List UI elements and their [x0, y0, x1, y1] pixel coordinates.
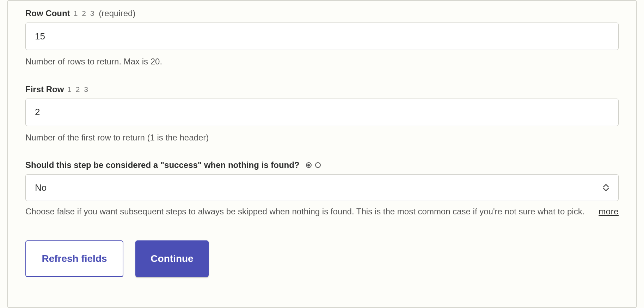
- success-empty-help: Choose false if you want subsequent step…: [25, 207, 588, 216]
- more-link[interactable]: more: [599, 207, 619, 216]
- success-empty-value: No: [35, 182, 47, 193]
- refresh-fields-button[interactable]: Refresh fields: [25, 240, 123, 277]
- row-count-input[interactable]: 15: [25, 23, 619, 50]
- row-count-help: Number of rows to return. Max is 20.: [25, 56, 619, 68]
- boolean-type-icon: [306, 162, 321, 168]
- row-count-value: 15: [35, 31, 45, 42]
- radio-empty-icon: [315, 162, 321, 168]
- radio-filled-icon: [306, 162, 312, 168]
- button-row: Refresh fields Continue: [25, 240, 619, 277]
- row-count-required: (required): [99, 8, 135, 18]
- first-row-label: First Row: [25, 84, 64, 94]
- row-count-label: Row Count: [25, 8, 70, 18]
- field-row-count: Row Count 1 2 3 (required) 15 Number of …: [25, 8, 619, 68]
- first-row-help: Number of the first row to return (1 is …: [25, 132, 619, 144]
- first-row-type-hint: 1 2 3: [67, 85, 89, 94]
- success-empty-label-row: Should this step be considered a "succes…: [25, 160, 619, 170]
- select-chevrons-icon: [603, 184, 609, 191]
- row-count-label-row: Row Count 1 2 3 (required): [25, 8, 619, 18]
- row-count-type-hint: 1 2 3: [74, 9, 96, 18]
- field-first-row: First Row 1 2 3 2 Number of the first ro…: [25, 84, 619, 144]
- form-panel: Row Count 1 2 3 (required) 15 Number of …: [7, 0, 637, 308]
- field-success-empty: Should this step be considered a "succes…: [25, 160, 619, 216]
- success-empty-select[interactable]: No: [25, 174, 619, 201]
- success-empty-label: Should this step be considered a "succes…: [25, 160, 300, 170]
- first-row-label-row: First Row 1 2 3: [25, 84, 619, 94]
- continue-button[interactable]: Continue: [135, 240, 209, 277]
- continue-label: Continue: [151, 253, 193, 264]
- success-empty-help-row: Choose false if you want subsequent step…: [25, 207, 619, 216]
- refresh-fields-label: Refresh fields: [42, 253, 107, 264]
- first-row-input[interactable]: 2: [25, 99, 619, 126]
- first-row-value: 2: [35, 107, 40, 118]
